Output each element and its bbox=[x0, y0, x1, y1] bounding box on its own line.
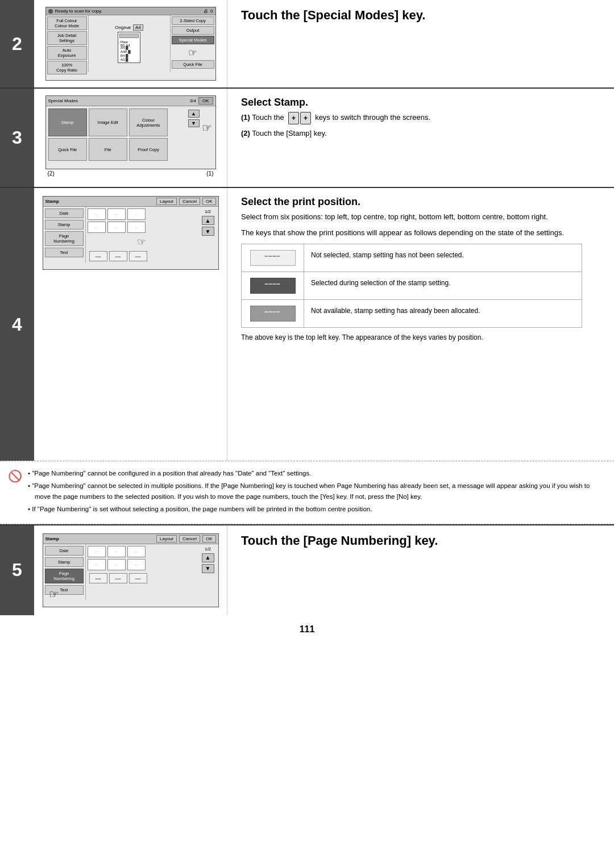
stamp-btn-cancel[interactable]: Cancel bbox=[179, 198, 200, 205]
step2-number: 2 bbox=[0, 0, 34, 87]
stamp-pos-bl-dots: ··· bbox=[95, 226, 98, 229]
stamp-bottom-btn3[interactable]: ▬▬ bbox=[129, 251, 147, 261]
screen3-ok[interactable]: OK bbox=[198, 97, 213, 105]
stamp-pos-tr[interactable]: ··· bbox=[127, 208, 146, 220]
stamp-body: Date Stamp PageNumbering Text ··· ··· bbox=[43, 207, 218, 262]
screen3-btn-imageedit[interactable]: Image Edit bbox=[89, 108, 127, 136]
stamp-bottom-btn1[interactable]: ▬▬ bbox=[89, 251, 107, 261]
screen3-arrow-down[interactable]: ▼ bbox=[188, 119, 200, 127]
step5-btn-ok[interactable]: OK bbox=[202, 535, 216, 542]
step3-key-down[interactable]: + bbox=[300, 112, 311, 124]
stamp-state-icon3: ▬▬▬▬ · · · · · · · bbox=[242, 300, 304, 327]
screen3-cursor: ☞ bbox=[200, 110, 212, 135]
screen3-label-2: (2) bbox=[48, 170, 55, 177]
stamp-pos-bc[interactable]: ··· bbox=[107, 222, 126, 233]
stamp-pos-br[interactable]: ··· bbox=[127, 222, 146, 233]
notes-content: • "Page Numbering" cannot be configured … bbox=[28, 468, 603, 517]
screen3-title: Special Modes bbox=[48, 98, 78, 103]
screen2-btn-2sided[interactable]: 2-Sided Copy bbox=[172, 16, 214, 25]
step5-bottom-btn3[interactable]: ▬▬ bbox=[129, 573, 147, 583]
stamp-bottom-btn2[interactable]: ▬▬ bbox=[109, 251, 127, 261]
step5-bottom-btn1[interactable]: ▬▬ bbox=[89, 573, 107, 583]
screen2-btn-exposure[interactable]: AutoExposure bbox=[47, 46, 87, 60]
step5-pos-bc-dots: ··· bbox=[115, 563, 118, 566]
step5-screen: Stamp Layout Cancel OK Date Stamp PageNu… bbox=[43, 533, 219, 607]
screen2-sz-a3: A3 ▓ bbox=[121, 58, 131, 61]
step2-content: Touch the [Special Modes] key. bbox=[227, 0, 614, 87]
step5-bottom-btn2[interactable]: ▬▬ bbox=[109, 573, 127, 583]
step3-keys: + + bbox=[288, 112, 311, 124]
screen3-arrow-up[interactable]: ▲ bbox=[188, 110, 200, 118]
stamp-btn-ok[interactable]: OK bbox=[202, 198, 216, 205]
stamp-state-text3: Not available, stamp setting has already… bbox=[304, 300, 582, 327]
stamp-btn-pagenumbering[interactable]: PageNumbering bbox=[45, 231, 84, 246]
step5-bottom-btn1-t: ▬▬ bbox=[96, 577, 101, 580]
stamp-pos-bl[interactable]: ··· bbox=[88, 222, 106, 233]
step3-screen-area: Special Modes 3/4 OK Stamp Image Edit Co… bbox=[34, 89, 227, 187]
stamp-key-normal-label: ▬▬▬▬ bbox=[265, 254, 281, 257]
stamp-key-normal: ▬▬▬▬ · · · · · · · bbox=[250, 250, 296, 266]
stamp-pos-tc[interactable]: ··· bbox=[107, 208, 126, 220]
screen2-btn-output[interactable]: Output bbox=[172, 26, 214, 35]
hand-cursor-4: ☞ bbox=[137, 236, 146, 248]
stamp-bottom-btn1-text: ▬▬ bbox=[96, 254, 101, 258]
step5-pos-bc[interactable]: ··· bbox=[107, 559, 126, 570]
stamp-arrow-up[interactable]: ▲ bbox=[202, 216, 214, 225]
screen2-btn-quickfile[interactable]: Quick File bbox=[172, 60, 214, 69]
step5-pos-br[interactable]: ··· bbox=[127, 559, 146, 570]
step3-content: Select Stamp. (1) Touch the + + keys to … bbox=[227, 89, 614, 187]
note-icon: 🚫 bbox=[8, 469, 22, 517]
step5-arrow-down[interactable]: ▼ bbox=[202, 564, 214, 573]
step5-pos-tl[interactable]: ··· bbox=[88, 546, 106, 557]
screen3-btn-colour[interactable]: ColourAdjustments bbox=[129, 108, 168, 136]
stamp-btn-stamp[interactable]: Stamp bbox=[45, 220, 84, 229]
screen2-sz-a4: A4 ▓ bbox=[121, 46, 131, 49]
step5-pos-tr[interactable]: ··· bbox=[127, 546, 146, 557]
step5-row: 5 Stamp Layout Cancel OK Date Stamp Page… bbox=[0, 524, 614, 615]
screen2-original-label: Original A4 bbox=[115, 24, 143, 31]
step5-btn-pagenumbering[interactable]: PageNumbering bbox=[45, 569, 84, 583]
stamp-btn-date[interactable]: Date bbox=[45, 208, 84, 218]
step5-pos-bl[interactable]: ··· bbox=[88, 559, 106, 570]
stamp-right-controls: 1/2 ▲ ▼ bbox=[198, 207, 218, 262]
step5-pos-tc-dots: ··· bbox=[115, 550, 118, 553]
step5-btn-layout[interactable]: Layout bbox=[156, 535, 177, 542]
step5-number: 5 bbox=[0, 525, 34, 615]
step5-pos-tc[interactable]: ··· bbox=[107, 546, 126, 557]
step3-row: 3 Special Modes 3/4 OK Stamp Image Edit … bbox=[0, 89, 614, 188]
screen3-right-area: ▲ ▼ ☞ bbox=[170, 106, 215, 163]
screen3-btn-file[interactable]: File bbox=[89, 138, 127, 161]
step3-key-up[interactable]: + bbox=[288, 112, 299, 124]
step5-btn-date[interactable]: Date bbox=[45, 546, 84, 556]
stamp-btn-layout[interactable]: Layout bbox=[156, 198, 177, 205]
step5-btn-stamp[interactable]: Stamp bbox=[45, 557, 84, 567]
screen3-btn-quickfile[interactable]: Quick File bbox=[48, 138, 87, 161]
step5-pos-bl-dots: ··· bbox=[95, 563, 98, 566]
stamp-pos-tl[interactable]: ··· bbox=[88, 208, 106, 220]
screen3-btn-stamp[interactable]: Stamp bbox=[48, 108, 87, 136]
screen3-counter: 3/4 bbox=[190, 98, 196, 103]
stamp-top-bar: Stamp Layout Cancel OK bbox=[43, 197, 218, 207]
screen2-btn-copyratio[interactable]: 100%Copy Ratio bbox=[47, 61, 87, 74]
step5-stamp-top: Stamp Layout Cancel OK bbox=[43, 534, 218, 544]
step5-arrow-up[interactable]: ▲ bbox=[202, 553, 214, 562]
step2-screen-area: Ready to scan for copy. 🖨 0 Full ColourC… bbox=[34, 0, 227, 87]
stamp-arrow-down[interactable]: ▼ bbox=[202, 227, 214, 236]
screen2-icon2: 0 bbox=[210, 9, 213, 14]
stamp-btn-text[interactable]: Text bbox=[45, 248, 84, 257]
screen3-btn-proofcopy[interactable]: Proof Copy bbox=[129, 138, 168, 161]
stamp-state-row3: ▬▬▬▬ · · · · · · · Not available, stamp … bbox=[242, 300, 582, 327]
screen2-paper: Plain B5 A4 A4 ▓ A4R ▓ B4 ▓ A3 ▓ bbox=[118, 32, 140, 63]
step5-btn-cancel[interactable]: Cancel bbox=[179, 535, 200, 542]
screen2-btn-specialmodes[interactable]: Special Modes bbox=[172, 36, 214, 44]
page: 2 Ready to scan for copy. 🖨 0 Full Colou… bbox=[0, 0, 614, 868]
step5-pos-row2: ··· ··· ··· bbox=[88, 559, 196, 570]
screen2-btn-colour[interactable]: Full ColourColour Mode bbox=[47, 16, 87, 30]
step5-pos-row1: ··· ··· ··· bbox=[88, 546, 196, 557]
stamp-bottom-btn2-text: ▬▬ bbox=[115, 254, 121, 258]
step5-right-controls: 1/2 ▲ ▼ bbox=[198, 544, 218, 600]
step4-number: 4 bbox=[0, 188, 34, 461]
screen2-btn-jobdetail[interactable]: Job DetailSettings bbox=[47, 31, 87, 45]
screen2-original-text: Original bbox=[115, 25, 131, 30]
stamp-pos-bc-dots: ··· bbox=[115, 226, 118, 229]
